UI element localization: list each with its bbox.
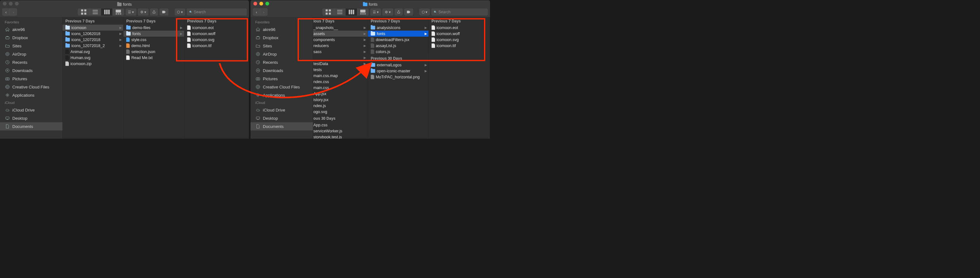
file-row[interactable]: ndex.js bbox=[313, 103, 368, 109]
sidebar-item-applications[interactable]: Applications bbox=[0, 91, 62, 99]
sidebar-item-akre96[interactable]: akre96 bbox=[251, 25, 313, 33]
list-view-button[interactable] bbox=[89, 8, 101, 16]
sidebar-item-creative-cloud-files[interactable]: Creative Cloud Files bbox=[0, 83, 62, 91]
dropbox-button[interactable]: ⬡ ▾ bbox=[420, 8, 430, 16]
share-button[interactable] bbox=[395, 8, 402, 16]
sidebar-item-downloads[interactable]: Downloads bbox=[251, 66, 313, 75]
file-row[interactable]: icomoon.ttf bbox=[429, 43, 490, 49]
file-row[interactable]: components▶ bbox=[313, 37, 368, 43]
file-row[interactable]: fonts▶ bbox=[124, 31, 184, 37]
sidebar-item-pictures[interactable]: Pictures bbox=[0, 75, 62, 83]
back-button[interactable]: ‹ bbox=[253, 8, 260, 16]
minimize-button[interactable] bbox=[9, 2, 13, 5]
arrange-button[interactable]: ☰ ▾ bbox=[371, 8, 381, 16]
file-row[interactable]: icomoon.eot bbox=[429, 25, 490, 31]
file-row[interactable]: tests▶ bbox=[313, 67, 368, 73]
search-field[interactable]: 🔍 bbox=[187, 8, 247, 16]
action-button[interactable]: ⚙ ▾ bbox=[383, 8, 393, 16]
column-view-button[interactable] bbox=[101, 8, 113, 16]
file-row[interactable]: externalLogos▶ bbox=[368, 62, 428, 68]
file-row[interactable]: style.css bbox=[124, 37, 184, 43]
sidebar-item-sites[interactable]: Sites bbox=[251, 42, 313, 50]
sidebar-item-desktop[interactable]: Desktop bbox=[251, 114, 313, 122]
sidebar-item-desktop[interactable]: Desktop bbox=[0, 114, 62, 122]
file-row[interactable]: _snapshots__▶ bbox=[313, 25, 368, 31]
file-row[interactable]: main.css bbox=[313, 85, 368, 91]
file-row[interactable]: ▶ bbox=[313, 55, 368, 60]
tags-button[interactable] bbox=[404, 8, 413, 16]
file-row[interactable]: icomoon.woff bbox=[184, 31, 249, 37]
sidebar-item-dropbox[interactable]: Dropbox bbox=[251, 33, 313, 42]
forward-button[interactable]: › bbox=[260, 8, 267, 16]
close-button[interactable] bbox=[253, 2, 257, 5]
file-row[interactable]: assayList.js bbox=[368, 43, 428, 49]
tags-button[interactable] bbox=[159, 8, 168, 16]
file-row[interactable]: icons_12072018▶ bbox=[62, 37, 123, 43]
file-row[interactable]: open-iconic-master▶ bbox=[368, 68, 428, 74]
file-row[interactable]: icomoon.svg bbox=[184, 37, 249, 43]
file-row[interactable]: fonts▶ bbox=[368, 31, 428, 37]
sidebar-item-airdrop[interactable]: AirDrop bbox=[0, 50, 62, 58]
file-row[interactable]: reducers▶ bbox=[313, 43, 368, 49]
sidebar-item-icloud-drive[interactable]: iCloud Drive bbox=[0, 106, 62, 114]
file-row[interactable]: ogo.svg bbox=[313, 109, 368, 115]
file-row[interactable]: icomoon.svg bbox=[429, 37, 490, 43]
sidebar-item-creative-cloud-files[interactable]: Creative Cloud Files bbox=[251, 83, 313, 91]
file-row[interactable]: main.css.map bbox=[313, 73, 368, 79]
file-row[interactable]: Read Me.txt bbox=[124, 55, 184, 60]
file-row[interactable]: Human.svg bbox=[62, 55, 123, 60]
sidebar-item-documents[interactable]: Documents bbox=[251, 122, 313, 130]
search-input[interactable] bbox=[439, 10, 485, 14]
sidebar-item-pictures[interactable]: Pictures bbox=[251, 75, 313, 83]
sidebar-item-downloads[interactable]: Downloads bbox=[0, 66, 62, 75]
maximize-button[interactable] bbox=[266, 2, 269, 5]
file-row[interactable]: icons_12072018_2▶ bbox=[62, 43, 123, 49]
file-row[interactable]: App.css bbox=[313, 122, 368, 128]
file-row[interactable]: MoTrPAC_horizontal.png bbox=[368, 74, 428, 80]
list-view-button[interactable] bbox=[334, 8, 345, 16]
sidebar-item-sites[interactable]: Sites bbox=[0, 42, 62, 50]
file-row[interactable]: icomoon.ttf bbox=[184, 43, 249, 49]
file-row[interactable]: storybook.test.js bbox=[313, 134, 368, 139]
file-row[interactable]: downloadFilters.jsx bbox=[368, 37, 428, 43]
file-row[interactable]: analysisIcons▶ bbox=[368, 25, 428, 31]
forward-button[interactable]: › bbox=[10, 8, 17, 16]
file-row[interactable]: icomoon.eot bbox=[184, 25, 249, 31]
file-row[interactable]: ndex.css bbox=[313, 79, 368, 85]
file-row[interactable]: assets▶ bbox=[313, 31, 368, 37]
sidebar-item-applications[interactable]: Applications bbox=[251, 91, 313, 99]
sidebar-item-icloud-drive[interactable]: iCloud Drive bbox=[251, 106, 313, 114]
close-button[interactable] bbox=[3, 2, 6, 5]
back-button[interactable]: ‹ bbox=[3, 8, 10, 16]
sidebar-item-documents[interactable]: Documents bbox=[0, 122, 62, 130]
gallery-view-button[interactable] bbox=[113, 8, 124, 16]
minimize-button[interactable] bbox=[259, 2, 263, 5]
sidebar-item-dropbox[interactable]: Dropbox bbox=[0, 33, 62, 42]
file-row[interactable]: istory.jsx bbox=[313, 97, 368, 103]
file-row[interactable]: demo-files▶ bbox=[124, 25, 184, 31]
gallery-view-button[interactable] bbox=[357, 8, 369, 16]
file-row[interactable]: sass▶ bbox=[313, 49, 368, 55]
file-row[interactable]: selection.json bbox=[124, 49, 184, 55]
share-button[interactable] bbox=[150, 8, 158, 16]
sidebar-item-airdrop[interactable]: AirDrop bbox=[251, 50, 313, 58]
file-row[interactable]: serviceWorker.js bbox=[313, 128, 368, 134]
sidebar-item-recents[interactable]: Recents bbox=[251, 58, 313, 66]
file-row[interactable]: testData▶ bbox=[313, 60, 368, 67]
arrange-button[interactable]: ☰ ▾ bbox=[126, 8, 136, 16]
column-view-button[interactable] bbox=[345, 8, 357, 16]
file-row[interactable]: demo.html bbox=[124, 43, 184, 49]
maximize-button[interactable] bbox=[15, 2, 19, 5]
file-row[interactable]: App.jsx bbox=[313, 91, 368, 97]
file-row[interactable]: colors.js bbox=[368, 49, 428, 55]
action-button[interactable]: ⚙ ▾ bbox=[138, 8, 148, 16]
icon-view-button[interactable] bbox=[323, 8, 334, 16]
dropbox-button[interactable]: ⬡ ▾ bbox=[175, 8, 185, 16]
icon-view-button[interactable] bbox=[78, 8, 89, 16]
file-row[interactable]: icomoon.zip bbox=[62, 60, 123, 67]
file-row[interactable]: icons_12062018▶ bbox=[62, 31, 123, 37]
search-input[interactable] bbox=[194, 10, 245, 14]
file-row[interactable]: icomoon▶ bbox=[62, 25, 123, 31]
sidebar-item-akre96[interactable]: akre96 bbox=[0, 25, 62, 33]
file-row[interactable]: icomoon.woff bbox=[429, 31, 490, 37]
